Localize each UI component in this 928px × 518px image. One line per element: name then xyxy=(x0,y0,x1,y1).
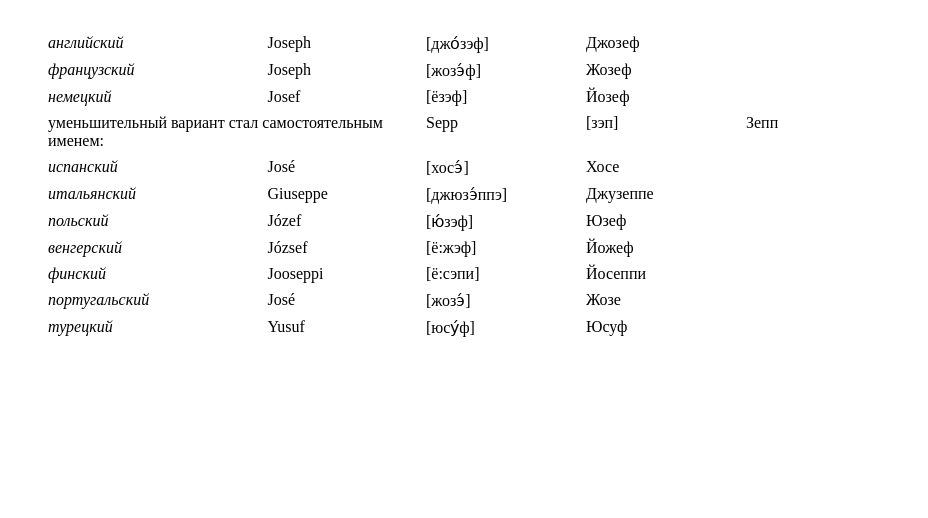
table-row: английскийJoseph[джо́зэф]Джозеф xyxy=(40,30,888,57)
russian-cell: Йожеф xyxy=(578,235,738,261)
transcription-cell: [хосэ́] xyxy=(418,154,578,181)
special-prefix-row: уменьшительный вариант стал самостоятель… xyxy=(40,110,888,154)
name-cell: Jooseppi xyxy=(259,261,418,287)
name-cell: Joseph xyxy=(259,30,418,57)
russian-cell: Жозеф xyxy=(578,57,738,84)
transcription-cell: [джюзэ́ппэ] xyxy=(418,181,578,208)
transcription-cell: [зэп] xyxy=(578,110,738,154)
russian-cell: Юсуф xyxy=(578,314,738,341)
russian-cell: Зепп xyxy=(738,110,888,154)
name-cell: József xyxy=(259,235,418,261)
name-cell: Sepp xyxy=(418,110,578,154)
russian-cell: Йосеппи xyxy=(578,261,738,287)
table-row: португальскийJosé[жозэ́]Жозе xyxy=(40,287,888,314)
russian-cell: Юзеф xyxy=(578,208,738,235)
language-cell: испанский xyxy=(40,154,259,181)
language-cell: английский xyxy=(40,30,259,57)
language-cell: португальский xyxy=(40,287,259,314)
name-cell: Giuseppe xyxy=(259,181,418,208)
transcription-cell: [жозэ́ф] xyxy=(418,57,578,84)
language-cell: немецкий xyxy=(40,84,259,110)
name-cell: José xyxy=(259,154,418,181)
transcription-cell: [джо́зэф] xyxy=(418,30,578,57)
russian-cell: Джозеф xyxy=(578,30,738,57)
language-cell: финский xyxy=(40,261,259,287)
table-row: турецкийYusuf[юсу́ф]Юсуф xyxy=(40,314,888,341)
transcription-cell: [ё:жэф] xyxy=(418,235,578,261)
russian-cell: Жозе xyxy=(578,287,738,314)
name-cell: Josef xyxy=(259,84,418,110)
language-cell: французский xyxy=(40,57,259,84)
transcription-cell: [ёзэф] xyxy=(418,84,578,110)
table-row: польскийJózef[ю́зэф]Юзеф xyxy=(40,208,888,235)
special-prefix-text: уменьшительный вариант стал самостоятель… xyxy=(48,114,383,149)
name-cell: Joseph xyxy=(259,57,418,84)
language-cell: турецкий xyxy=(40,314,259,341)
table-row: испанскийJosé[хосэ́]Хосе xyxy=(40,154,888,181)
table-row: французскийJoseph[жозэ́ф]Жозеф xyxy=(40,57,888,84)
russian-cell: Джузеппе xyxy=(578,181,738,208)
name-cell: Yusuf xyxy=(259,314,418,341)
name-cell: Józef xyxy=(259,208,418,235)
table-row: венгерскийJózsef[ё:жэф]Йожеф xyxy=(40,235,888,261)
transcription-cell: [ё:сэпи] xyxy=(418,261,578,287)
name-cell: José xyxy=(259,287,418,314)
table-row: немецкийJosef[ёзэф]Йозеф xyxy=(40,84,888,110)
language-cell: польский xyxy=(40,208,259,235)
language-cell: венгерский xyxy=(40,235,259,261)
language-cell: итальянский xyxy=(40,181,259,208)
russian-cell: Хосе xyxy=(578,154,738,181)
main-table: английскийJoseph[джо́зэф]Джозеффранцузск… xyxy=(40,30,888,341)
transcription-cell: [жозэ́] xyxy=(418,287,578,314)
russian-cell: Йозеф xyxy=(578,84,738,110)
table-row: итальянскийGiuseppe[джюзэ́ппэ]Джузеппе xyxy=(40,181,888,208)
transcription-cell: [ю́зэф] xyxy=(418,208,578,235)
transcription-cell: [юсу́ф] xyxy=(418,314,578,341)
table-row: финскийJooseppi[ё:сэпи]Йосеппи xyxy=(40,261,888,287)
